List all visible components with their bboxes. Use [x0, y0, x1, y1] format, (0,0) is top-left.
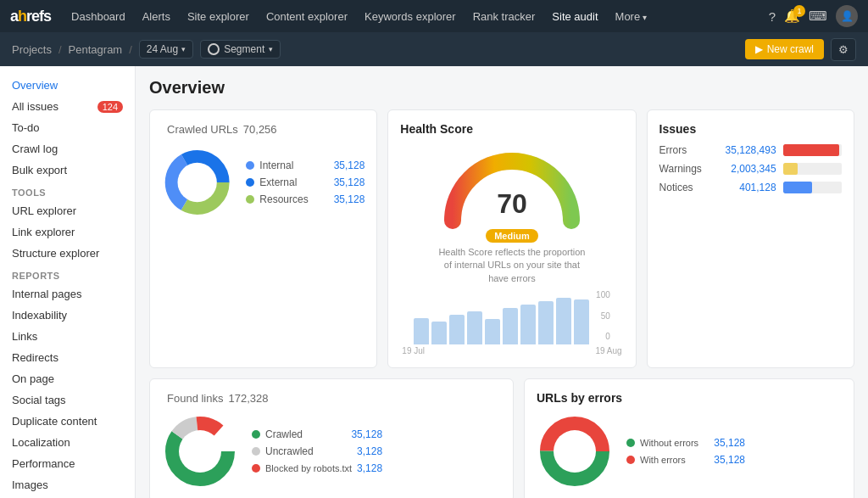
notifications-icon[interactable]: 🔔 1 [784, 8, 800, 24]
health-score-title: Health Score [400, 122, 623, 136]
breadcrumb-date[interactable]: 24 Aug [139, 40, 193, 59]
help-icon[interactable]: ? [769, 9, 776, 24]
urls-by-errors-inner: Without errors 35,128 With errors 35,128 [537, 413, 842, 490]
issues-row-label: Errors [659, 144, 710, 156]
health-bar [414, 318, 429, 344]
settings-button[interactable]: ⚙ [831, 38, 856, 61]
svg-point-10 [554, 430, 596, 473]
sidebar-item-on-page[interactable]: On page [0, 368, 135, 389]
legend-uncrawled: Uncrawled 3,128 [252, 445, 382, 457]
issues-row: Notices 401,128 [659, 182, 842, 193]
nav-right: ? 🔔 1 ⌨ 👤 [769, 5, 858, 27]
issues-bar-wrap [783, 163, 842, 175]
issues-rows: Errors 35,128,493 Warnings 2,003,345 Not… [659, 144, 842, 193]
keyboard-icon[interactable]: ⌨ [809, 8, 827, 24]
issues-row: Errors 35,128,493 [659, 144, 842, 156]
issues-row-value[interactable]: 35,128,493 [717, 144, 776, 156]
sidebar-item-social-tags[interactable]: Social tags [0, 389, 135, 411]
nav-dashboard[interactable]: Dashboard [64, 7, 132, 26]
nav-alerts[interactable]: Alerts [136, 7, 177, 26]
found-links-title: Found links172,328 [162, 391, 501, 405]
sidebar-item-structure-explorer[interactable]: Structure explorer [0, 243, 135, 264]
urls-by-errors-card: URLs by errors Without errors 35,128 [524, 378, 854, 498]
nav-site-explorer[interactable]: Site explorer [181, 7, 256, 26]
sidebar-item-localization[interactable]: Localization [0, 432, 135, 453]
sidebar: Overview All issues 124 To-do Crawl log … [0, 66, 136, 498]
nav-content-explorer[interactable]: Content explorer [259, 7, 354, 26]
crawled-urls-title: Crawled URLs70,256 [162, 122, 364, 136]
user-avatar[interactable]: 👤 [836, 5, 858, 27]
found-links-card: Found links172,328 Crawled 35,128 [149, 378, 514, 498]
sidebar-item-todo[interactable]: To-do [0, 117, 135, 138]
sidebar-item-performance[interactable]: Performance [0, 453, 135, 474]
crawled-urls-inner: Internal 35,128 External 35,128 Resource… [162, 144, 364, 221]
all-issues-badge: 124 [97, 101, 123, 113]
health-chart-labels: 19 Jul 19 Aug [400, 346, 623, 355]
legend-resources: Resources 35,128 [246, 193, 364, 205]
issues-title: Issues [659, 122, 842, 136]
breadcrumb-projects[interactable]: Projects [12, 43, 52, 56]
top-nav: ahrefs Dashboard Alerts Site explorer Co… [0, 0, 868, 32]
sidebar-item-internal-pages[interactable]: Internal pages [0, 283, 135, 305]
nav-more[interactable]: More [609, 7, 654, 26]
page-title: Overview [149, 78, 854, 98]
segment-icon [208, 43, 220, 55]
legend-blocked: Blocked by robots.txt 3,128 [252, 462, 382, 474]
issues-bar [783, 163, 798, 175]
health-bar [520, 305, 536, 344]
health-bar [467, 311, 482, 344]
urls-by-errors-title: URLs by errors [537, 391, 842, 405]
issues-row-value[interactable]: 2,003,345 [717, 163, 776, 175]
sidebar-item-overview[interactable]: Overview [0, 75, 135, 96]
found-links-donut [162, 413, 238, 490]
health-score-number: 70 [497, 188, 527, 220]
issues-card: Issues Errors 35,128,493 Warnings 2,003,… [647, 109, 854, 368]
health-bar [574, 299, 589, 344]
issues-bar [783, 182, 813, 193]
breadcrumb-bar: Projects / Pentagram / 24 Aug Segment ▶ … [0, 32, 868, 66]
urls-by-errors-donut [537, 413, 613, 490]
nav-keywords-explorer[interactable]: Keywords explorer [358, 7, 463, 26]
issues-row-label: Warnings [659, 163, 710, 175]
breadcrumb-site[interactable]: Pentagram [69, 43, 123, 56]
crawled-urls-total: 70,256 [243, 123, 277, 136]
sidebar-item-all-issues[interactable]: All issues 124 [0, 96, 135, 117]
legend-dot-uncrawled [252, 447, 260, 456]
issues-row-value[interactable]: 401,128 [717, 182, 776, 193]
legend-dot-with-errors [626, 456, 635, 464]
found-links-legend: Crawled 35,128 Uncrawled 3,128 Blocked b… [252, 428, 382, 474]
sidebar-item-link-explorer[interactable]: Link explorer [0, 221, 135, 243]
play-icon: ▶ [755, 43, 763, 55]
issues-row: Warnings 2,003,345 [659, 163, 842, 175]
health-score-card: Health Score [387, 109, 636, 368]
sidebar-item-url-explorer[interactable]: URL explorer [0, 200, 135, 221]
found-links-total: 172,328 [228, 392, 268, 405]
main-content: Overview Crawled URLs70,256 [136, 66, 868, 498]
urls-by-errors-legend: Without errors 35,128 With errors 35,128 [626, 437, 745, 466]
sidebar-item-duplicate-content[interactable]: Duplicate content [0, 411, 135, 432]
health-score-inner: 70 Medium Health Score reflects the prop… [400, 144, 623, 355]
new-crawl-button[interactable]: ▶ New crawl [745, 39, 824, 59]
health-bar [503, 308, 518, 344]
crawled-urls-legend: Internal 35,128 External 35,128 Resource… [246, 159, 364, 205]
nav-rank-tracker[interactable]: Rank tracker [466, 7, 542, 26]
sidebar-item-links[interactable]: Links [0, 326, 135, 347]
cards-row-2: Found links172,328 Crawled 35,128 [149, 378, 854, 498]
sidebar-item-images[interactable]: Images [0, 474, 135, 495]
sidebar-item-redirects[interactable]: Redirects [0, 347, 135, 368]
sidebar-item-bulk-export[interactable]: Bulk export [0, 159, 135, 181]
issues-row-label: Notices [659, 182, 710, 193]
found-links-inner: Crawled 35,128 Uncrawled 3,128 Blocked b… [162, 413, 501, 490]
sidebar-item-indexability[interactable]: Indexability [0, 305, 135, 326]
notification-badge: 1 [793, 5, 805, 17]
sidebar-reports-section: REPORTS [0, 264, 135, 283]
sidebar-item-crawl-log[interactable]: Crawl log [0, 138, 135, 159]
nav-site-audit[interactable]: Site audit [545, 7, 604, 26]
legend-dot-external [246, 178, 254, 187]
breadcrumb-sep1: / [58, 43, 62, 56]
legend-with-errors: With errors 35,128 [626, 454, 745, 466]
legend-crawled: Crawled 35,128 [252, 428, 382, 440]
health-axis: 100 50 0 [596, 290, 610, 341]
health-bar [556, 298, 571, 344]
segment-button[interactable]: Segment [200, 40, 281, 59]
